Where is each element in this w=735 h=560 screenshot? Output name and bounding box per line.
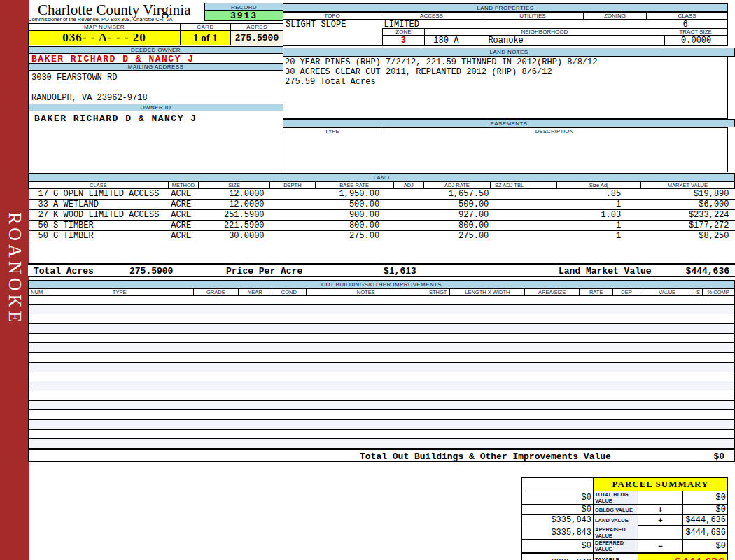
out-buildings-column-header: % COMP: [702, 289, 735, 296]
land-cell: [270, 200, 316, 210]
out-buildings-empty-row: [29, 382, 734, 391]
out-buildings-column-header: RATE: [579, 289, 612, 296]
deeded-owner-value: BAKER RICHARD D & NANCY J: [28, 54, 284, 63]
land-cell: [270, 210, 316, 220]
out-buildings-column-header: STHGT: [426, 289, 450, 296]
land-cell: 500.00: [424, 200, 490, 210]
parcel-id-value-row: 036- - A- - - 20 1 of 1 275.5900: [28, 31, 284, 46]
land-section-title: LAND: [28, 173, 735, 181]
land-cell: 800.00: [315, 220, 393, 231]
price-per-acre-value: $1,613: [384, 266, 416, 276]
neighborhood-value: 180 A Roanoke: [425, 36, 664, 46]
easement-description-label: DESCRIPTION: [382, 127, 728, 134]
out-buildings-column-header: COND: [272, 289, 306, 296]
parcel-summary-op: [638, 491, 683, 505]
land-cell: $19,890: [640, 189, 734, 200]
easements-box: [283, 134, 728, 172]
out-buildings-column-header: NOTES: [306, 289, 426, 296]
parcel-summary-lbl: APPRAISED VALUE: [594, 526, 638, 539]
out-buildings-column-header: AREA/SIZE: [525, 289, 580, 296]
summary-prior-empty: [522, 478, 594, 491]
address-line-1: 3030 FEARSTOWN RD: [29, 71, 283, 83]
out-buildings-column-header: GRADE: [194, 289, 239, 296]
land-cell: 1,657.50: [424, 189, 490, 200]
parcel-summary-table: PARCEL SUMMARY $0TOTAL BLDG VALUE$0$0OBL…: [522, 477, 728, 560]
tract-size-value: 0.0000: [664, 36, 727, 46]
land-note-line: 275.59 Total Acres: [285, 77, 727, 87]
land-cell: 275.00: [424, 231, 490, 241]
district-name-vertical: ROANOKE: [4, 212, 25, 326]
parcel-summary-prior: $0: [522, 491, 594, 505]
land-cell: 1.03: [556, 210, 640, 220]
land-cell: [490, 220, 528, 231]
topo-label: TOPO: [283, 12, 382, 20]
land-cell: [490, 231, 528, 241]
land-column-header: [528, 182, 556, 189]
land-properties-value-row: SLIGHT SLOPE LIMITED 6: [283, 20, 728, 28]
land-column-header: ADJ: [393, 182, 424, 189]
map-number-label: MAP NUMBER: [28, 23, 181, 31]
land-row: 17 G OPEN LIMITED ACCESSACRE12.00001,950…: [29, 189, 735, 200]
out-buildings-empty-rows: [28, 295, 735, 449]
land-table-header: CLASSMETHODSIZEDEPTHBASE RATEADJADJ RATE…: [29, 182, 735, 189]
taxable-value-label: TAXABLE VALUE: [594, 553, 638, 560]
land-cell: ACRE: [168, 220, 198, 231]
land-notes-title: LAND NOTES: [283, 48, 735, 57]
out-buildings-empty-row: [29, 430, 734, 440]
land-column-header: BASE RATE: [315, 182, 393, 189]
total-acres-value: 275.5900: [130, 266, 173, 276]
map-number-value: 036- - A- - - 20: [28, 31, 181, 46]
out-buildings-title: OUT BUILDINGS/OTHER IMPROVEMENTS: [28, 280, 735, 288]
land-column-header: DEPTH: [270, 182, 316, 189]
out-buildings-total-label: Total Out Buildings & Other Improvements…: [360, 451, 611, 462]
out-buildings-empty-row: [29, 343, 734, 353]
land-cell: 251.5900: [199, 210, 270, 220]
land-cell: 927.00: [424, 210, 490, 220]
parcel-summary-op: +: [638, 505, 683, 515]
acres-label: ACRES: [231, 23, 284, 31]
land-cell: [270, 189, 316, 200]
land-cell: [528, 189, 556, 200]
card-value: 1 of 1: [181, 31, 231, 46]
parcel-summary-header: PARCEL SUMMARY: [522, 478, 728, 491]
mailing-address-box: 3030 FEARSTOWN RD RANDOLPH, VA 23962-971…: [28, 71, 284, 104]
zone-label: ZONE: [382, 28, 426, 36]
land-market-value-label: Land Market Value: [559, 266, 652, 276]
land-cell: 1: [556, 200, 640, 210]
land-table: CLASSMETHODSIZEDEPTHBASE RATEADJADJ RATE…: [28, 181, 735, 241]
land-cell: $6,000: [640, 200, 734, 210]
land-cell: 50 S TIMBER: [29, 220, 169, 231]
out-buildings-empty-row: [29, 295, 734, 305]
land-note-line: 20 YEAR PINES (RHP) 7/2/12, 221.59 THINN…: [285, 57, 727, 67]
parcel-summary-lbl: DEFERRED VALUE: [594, 539, 638, 553]
class-label: CLASS: [647, 12, 728, 20]
land-properties-header-row: TOPO ACCESS UTILITIES ZONING CLASS: [283, 12, 728, 20]
land-cell: [393, 210, 424, 220]
land-cell: 275.00: [315, 231, 393, 241]
out-buildings-column-header: YEAR: [238, 289, 272, 296]
land-cell: 500.00: [315, 200, 393, 210]
land-cell: 33 A WETLAND: [29, 200, 169, 210]
land-column-header: Size Adj: [556, 182, 640, 189]
land-cell: 221.5900: [199, 220, 270, 231]
property-record-card: ROANOKE Charlotte County Virginia Commis…: [0, 0, 735, 560]
tract-size-label: TRACT SIZE: [664, 28, 727, 36]
land-cell: [528, 210, 556, 220]
land-cell: [490, 200, 528, 210]
land-cell: [270, 220, 316, 231]
parcel-summary-val: $0: [683, 491, 728, 505]
land-cell: 1,950.00: [315, 189, 393, 200]
taxable-prior-value: $335,843: [522, 553, 594, 560]
parcel-summary-prior: $0: [522, 539, 594, 553]
access-label: ACCESS: [382, 12, 482, 20]
land-row: 33 A WETLANDACRE12.0000500.00500.001$6,0…: [29, 200, 735, 210]
out-buildings-column-header: S: [694, 289, 702, 296]
land-row: 50 S TIMBERACRE221.5900800.00800.001$177…: [29, 220, 735, 231]
land-cell: 12.0000: [199, 200, 270, 210]
land-cell: 50 G TIMBER: [29, 231, 169, 241]
out-buildings-total-row: Total Out Buildings & Other Improvements…: [28, 449, 735, 462]
record-value: 3913: [204, 11, 284, 21]
total-acres-label: Total Acres: [34, 266, 94, 276]
out-buildings-empty-row: [29, 334, 734, 344]
land-cell: $8,250: [640, 231, 734, 241]
